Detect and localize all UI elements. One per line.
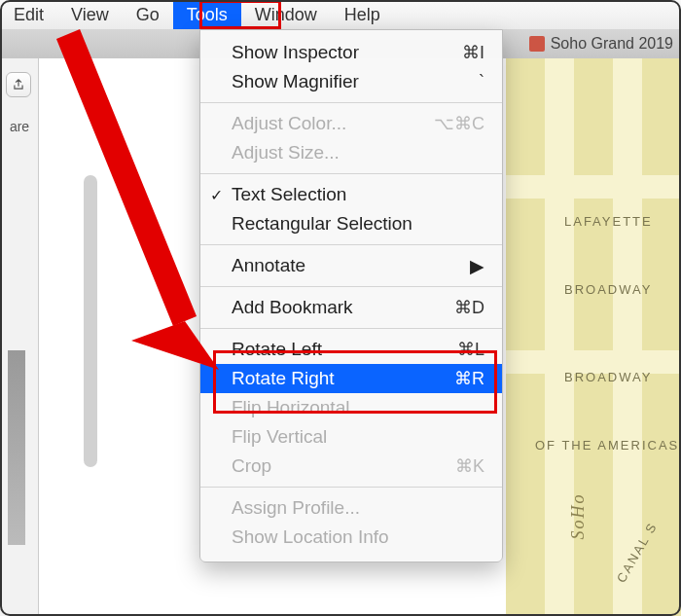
menu-separator: [200, 328, 502, 329]
menuitem-adjust-color: Adjust Color...⌥⌘C: [200, 109, 502, 138]
menu-help[interactable]: Help: [331, 0, 394, 29]
submenu-arrow-icon: ▶: [470, 255, 484, 277]
menu-separator: [200, 286, 502, 287]
menuitem-assign-profile: Assign Profile...: [200, 493, 502, 523]
menuitem-rotate-left[interactable]: Rotate Left⌘L: [200, 335, 502, 364]
menubar: Edit View Go Tools Window Help: [0, 0, 681, 29]
map-street-label: LAFAYETTE: [564, 214, 653, 229]
menuitem-text-selection[interactable]: ✓Text Selection: [200, 180, 502, 209]
menuitem-show-inspector[interactable]: Show Inspector⌘I: [200, 38, 502, 67]
menuitem-adjust-size: Adjust Size...: [200, 138, 502, 167]
menuitem-show-magnifier[interactable]: Show Magnifier`: [200, 67, 502, 96]
menu-edit[interactable]: Edit: [0, 0, 57, 29]
menuitem-flip-horizontal: Flip Horizontal: [200, 393, 502, 422]
tab-label[interactable]: Soho Grand 2019: [551, 35, 673, 53]
thumbnail-strip: [8, 350, 25, 545]
check-icon: ✓: [210, 186, 223, 204]
map-street-label: OF THE AMERICAS: [535, 438, 679, 453]
share-label: are: [0, 119, 39, 134]
map-area-label: SoHo: [568, 493, 589, 540]
tab-icon: [529, 36, 545, 52]
menu-go[interactable]: Go: [123, 0, 173, 29]
menuitem-crop: Crop⌘K: [200, 452, 502, 481]
menu-tools[interactable]: Tools: [173, 0, 241, 29]
share-icon: [12, 78, 25, 91]
share-button[interactable]: [6, 72, 31, 97]
menu-separator: [200, 244, 502, 245]
map-street-label: BROADWAY: [564, 282, 652, 297]
menu-separator: [200, 487, 502, 488]
scrollbar-thumb[interactable]: [84, 175, 97, 467]
menuitem-add-bookmark[interactable]: Add Bookmark⌘D: [200, 293, 502, 322]
map-street-label: BROADWAY: [564, 370, 652, 384]
menu-separator: [200, 102, 502, 103]
menuitem-show-location-info: Show Location Info: [200, 523, 502, 552]
menu-view[interactable]: View: [57, 0, 123, 29]
menuitem-annotate[interactable]: Annotate▶: [200, 251, 502, 280]
menuitem-flip-vertical: Flip Vertical: [200, 422, 502, 452]
menuitem-rectangular-selection[interactable]: Rectangular Selection: [200, 209, 502, 238]
menuitem-rotate-right[interactable]: Rotate Right⌘R: [200, 364, 502, 393]
map-background: LAFAYETTE BROADWAY BROADWAY OF THE AMERI…: [506, 58, 681, 616]
menu-window[interactable]: Window: [241, 0, 331, 29]
tools-dropdown: Show Inspector⌘I Show Magnifier` Adjust …: [199, 29, 503, 562]
menu-separator: [200, 173, 502, 174]
